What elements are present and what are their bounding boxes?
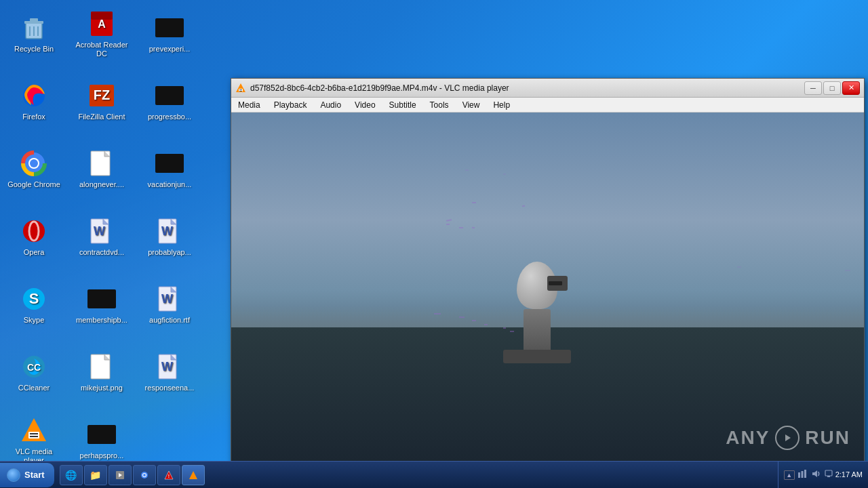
vlc-menu-tools[interactable]: Tools bbox=[423, 98, 456, 112]
vlc-menu-media[interactable]: Media bbox=[231, 98, 267, 112]
desktop-icon-prevexperi[interactable]: prevexperi... bbox=[139, 3, 200, 64]
ccleaner-label: CCleaner bbox=[18, 384, 50, 392]
radar-camera bbox=[547, 276, 568, 291]
vlc-menu-audio[interactable]: Audio bbox=[313, 98, 348, 112]
svg-rect-45 bbox=[239, 89, 242, 90]
vlc-maximize-button[interactable]: □ bbox=[823, 81, 841, 95]
vlc-window-controls: ─ □ ✕ bbox=[804, 81, 860, 95]
speaker-icon bbox=[811, 469, 821, 481]
desktop-icon-mikejust[interactable]: mikejust.png bbox=[71, 342, 132, 403]
desktop-icon-contractdvd[interactable]: W contractdvd... bbox=[71, 207, 132, 268]
augfiction-label: augfiction.rtf bbox=[149, 316, 190, 325]
opera-label: Opera bbox=[24, 248, 45, 257]
desktop-icon-ccleaner[interactable]: CC CCleaner bbox=[3, 342, 64, 403]
taskbar-item-media[interactable] bbox=[108, 465, 132, 485]
vlc-menubar: Media Playback Audio Video Subtitle Tool… bbox=[231, 98, 864, 113]
desktop-icon-augfiction[interactable]: W augfiction.rtf bbox=[139, 274, 200, 336]
svg-text:W: W bbox=[161, 292, 173, 306]
taskbar: Start 🌐 📁 bbox=[0, 461, 868, 488]
desktop-icon-skype[interactable]: S Skype bbox=[3, 274, 64, 336]
clock-time: 2:17 AM bbox=[835, 470, 863, 479]
svg-rect-57 bbox=[801, 471, 803, 478]
vlc-menu-video[interactable]: Video bbox=[348, 98, 382, 112]
watermark-run: RUN bbox=[805, 427, 850, 449]
probablyap-label: probablyap... bbox=[148, 248, 191, 257]
vlc-menu-help[interactable]: Help bbox=[486, 98, 517, 112]
action-center-icon bbox=[825, 470, 833, 480]
recycle-bin-label: Recycle Bin bbox=[14, 45, 54, 54]
svg-rect-56 bbox=[798, 472, 800, 478]
progressbo-label: progressbo... bbox=[148, 113, 191, 121]
start-orb-icon bbox=[7, 468, 20, 482]
firefox-label: Firefox bbox=[22, 113, 45, 121]
vlc-menu-playback[interactable]: Playback bbox=[267, 98, 314, 112]
desktop-icon-vacationjun[interactable]: vacationjun... bbox=[139, 139, 200, 200]
desktop-icon-opera[interactable]: Opera bbox=[3, 207, 64, 268]
svg-rect-46 bbox=[239, 91, 242, 92]
vlc-video-area: ANY RUN bbox=[231, 113, 864, 470]
watermark-play-icon bbox=[775, 426, 800, 450]
media-icon bbox=[115, 470, 125, 481]
show-hidden-icons[interactable]: ▲ bbox=[784, 470, 795, 480]
radar-object bbox=[503, 262, 571, 363]
avira-icon: ! bbox=[163, 470, 174, 481]
system-tray bbox=[797, 469, 833, 481]
taskbar-vlc-icon bbox=[188, 470, 199, 481]
svg-rect-41 bbox=[30, 433, 38, 434]
svg-marker-47 bbox=[785, 434, 791, 441]
alongnever-label: alongnever.... bbox=[79, 180, 124, 189]
mikejust-label: mikejust.png bbox=[81, 384, 123, 392]
radar-platform bbox=[503, 350, 571, 363]
taskbar-item-vlc[interactable] bbox=[182, 465, 205, 485]
desktop-icon-responseena[interactable]: W responseena... bbox=[139, 342, 200, 403]
vlc-minimize-button[interactable]: ─ bbox=[804, 81, 822, 95]
network-icon bbox=[797, 470, 807, 480]
svg-rect-58 bbox=[804, 470, 806, 478]
desktop-icon-membershipb[interactable]: membershipb... bbox=[71, 274, 132, 336]
explorer-icon: 📁 bbox=[90, 470, 101, 481]
svg-text:CC: CC bbox=[27, 362, 41, 373]
probablyap-icon: W bbox=[155, 217, 184, 245]
video-scene: ANY RUN bbox=[231, 113, 864, 470]
taskbar-item-chrome[interactable] bbox=[133, 465, 156, 485]
svg-text:W: W bbox=[161, 360, 173, 373]
desktop-icon-progressbo[interactable]: progressbo... bbox=[139, 71, 200, 132]
taskbar-item-ie[interactable]: 🌐 bbox=[60, 465, 83, 485]
start-button[interactable]: Start bbox=[0, 463, 54, 487]
taskbar-items: 🌐 📁 bbox=[57, 462, 778, 488]
mikejust-icon bbox=[87, 352, 116, 381]
desktop-icon-chrome[interactable]: Google Chrome bbox=[3, 139, 64, 200]
acrobat-label: Acrobat Reader DC bbox=[75, 41, 129, 58]
contractdvd-icon: W bbox=[87, 217, 116, 245]
svg-point-52 bbox=[143, 474, 146, 476]
svg-text:A: A bbox=[98, 18, 106, 30]
radar-base bbox=[524, 309, 551, 350]
augfiction-icon: W bbox=[155, 285, 184, 313]
desktop-icon-alongnever[interactable]: alongnever.... bbox=[71, 139, 132, 200]
vlc-menu-subtitle[interactable]: Subtitle bbox=[382, 98, 423, 112]
desktop-icon-recycle-bin[interactable]: Recycle Bin bbox=[3, 3, 64, 64]
chrome-icon bbox=[20, 149, 48, 178]
prevexperi-label: prevexperi... bbox=[149, 45, 191, 54]
desktop-icon-acrobat[interactable]: A Acrobat Reader DC bbox=[71, 3, 132, 64]
taskbar-right: ▲ bbox=[778, 462, 868, 488]
desktop-icon-probablyap[interactable]: W probablyap... bbox=[139, 207, 200, 268]
svg-rect-61 bbox=[827, 476, 830, 477]
desktop-icon-filezilla[interactable]: FZ FileZilla Client bbox=[71, 71, 132, 132]
svg-rect-42 bbox=[30, 436, 38, 437]
radar-dome bbox=[517, 262, 557, 309]
contractdvd-label: contractdvd... bbox=[79, 248, 124, 257]
svg-text:!: ! bbox=[167, 474, 169, 479]
taskbar-item-explorer[interactable]: 📁 bbox=[84, 465, 107, 485]
skype-icon: S bbox=[20, 285, 48, 313]
vlc-close-button[interactable]: ✕ bbox=[842, 81, 860, 95]
svg-text:FZ: FZ bbox=[94, 87, 110, 102]
vlc-menu-view[interactable]: View bbox=[456, 98, 487, 112]
svg-text:W: W bbox=[94, 224, 105, 238]
desktop-icon-firefox[interactable]: Firefox bbox=[3, 71, 64, 132]
recycle-bin-icon bbox=[20, 14, 48, 42]
vlc-titlebar[interactable]: d57f852d-8bc6-4cb2-b6ba-e1d219b9f9ae.MP4… bbox=[231, 79, 864, 98]
taskbar-item-avira[interactable]: ! bbox=[157, 465, 180, 485]
responseena-label: responseena... bbox=[145, 384, 195, 392]
acrobat-icon: A bbox=[87, 9, 116, 38]
